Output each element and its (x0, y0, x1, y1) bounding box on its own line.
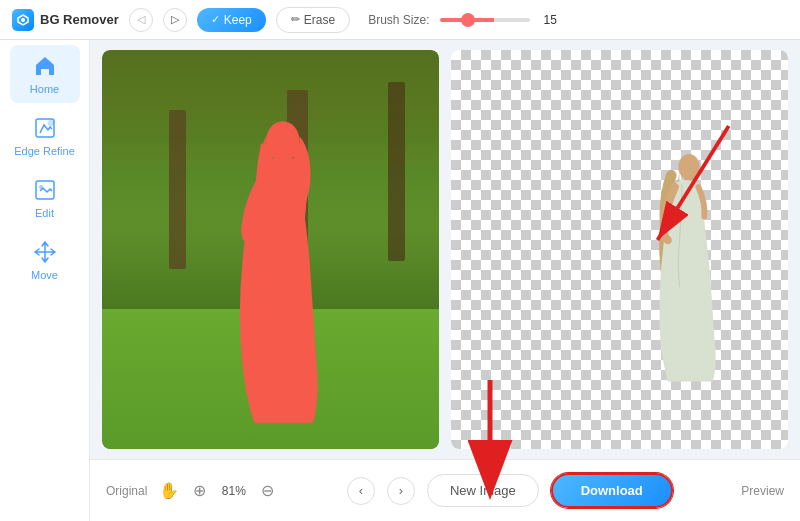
sidebar-item-home[interactable]: Home (10, 45, 80, 103)
brush-size-value: 15 (544, 13, 564, 27)
next-button[interactable]: › (387, 477, 415, 505)
undo-button[interactable]: ◁ (129, 8, 153, 32)
canvas-area (90, 40, 800, 459)
sidebar-item-move[interactable]: Move (10, 231, 80, 289)
undo-icon: ◁ (137, 13, 145, 26)
erase-button[interactable]: ✏ Erase (276, 7, 350, 33)
sidebar-edge-refine-label: Edge Refine (14, 145, 75, 157)
edit-icon (32, 177, 58, 203)
logo-text: BG Remover (40, 12, 119, 27)
person-preview (630, 90, 748, 449)
move-icon (32, 239, 58, 265)
next-icon: › (399, 483, 403, 498)
preview-panel (451, 50, 788, 449)
sidebar-move-label: Move (31, 269, 58, 281)
svg-point-0 (21, 18, 25, 22)
svg-point-2 (48, 120, 54, 126)
preview-canvas[interactable] (451, 50, 788, 449)
zoom-value: 81% (216, 484, 251, 498)
new-image-button[interactable]: New Image (427, 474, 539, 507)
svg-point-4 (39, 185, 43, 189)
redo-icon: ▷ (171, 13, 179, 26)
bottom-bar: Original ✋ ⊕ 81% ⊖ ‹ › New Image Downloa… (90, 459, 800, 521)
svg-point-6 (678, 154, 699, 180)
bottom-left-controls: Original ✋ ⊕ 81% ⊖ (106, 481, 278, 500)
zoom-controls: ✋ ⊕ 81% ⊖ (155, 481, 278, 500)
original-canvas[interactable] (102, 50, 439, 449)
prev-button[interactable]: ‹ (347, 477, 375, 505)
erase-icon: ✏ (291, 13, 300, 26)
sidebar: Home Edge Refine Edit Move (0, 0, 90, 521)
redo-button[interactable]: ▷ (163, 8, 187, 32)
logo-icon (12, 9, 34, 31)
brush-size-label: Brush Size: (368, 13, 429, 27)
toolbar: BG Remover ◁ ▷ ✓ Keep ✏ Erase Brush Size… (0, 0, 800, 40)
main-content: Original ✋ ⊕ 81% ⊖ ‹ › New Image Downloa… (90, 40, 800, 521)
brush-size-slider[interactable] (440, 18, 530, 22)
keep-button[interactable]: ✓ Keep (197, 8, 266, 32)
bottom-center-controls: ‹ › New Image Download (347, 473, 673, 508)
bottom-right-label: Preview (741, 484, 784, 498)
sidebar-home-label: Home (30, 83, 59, 95)
zoom-in-button[interactable]: ⊕ (189, 481, 210, 500)
hand-tool-button[interactable]: ✋ (155, 481, 183, 500)
sidebar-item-edge-refine[interactable]: Edge Refine (10, 107, 80, 165)
keep-checkmark-icon: ✓ (211, 13, 220, 26)
sidebar-item-edit[interactable]: Edit (10, 169, 80, 227)
original-label: Original (106, 484, 147, 498)
prev-icon: ‹ (359, 483, 363, 498)
person-red-overlay (195, 110, 363, 449)
app-logo: BG Remover (12, 9, 119, 31)
zoom-out-button[interactable]: ⊖ (257, 481, 278, 500)
home-icon (32, 53, 58, 79)
download-button[interactable]: Download (551, 473, 673, 508)
sidebar-edit-label: Edit (35, 207, 54, 219)
preview-label: Preview (741, 484, 784, 498)
edge-refine-icon (32, 115, 58, 141)
original-panel (102, 50, 439, 449)
